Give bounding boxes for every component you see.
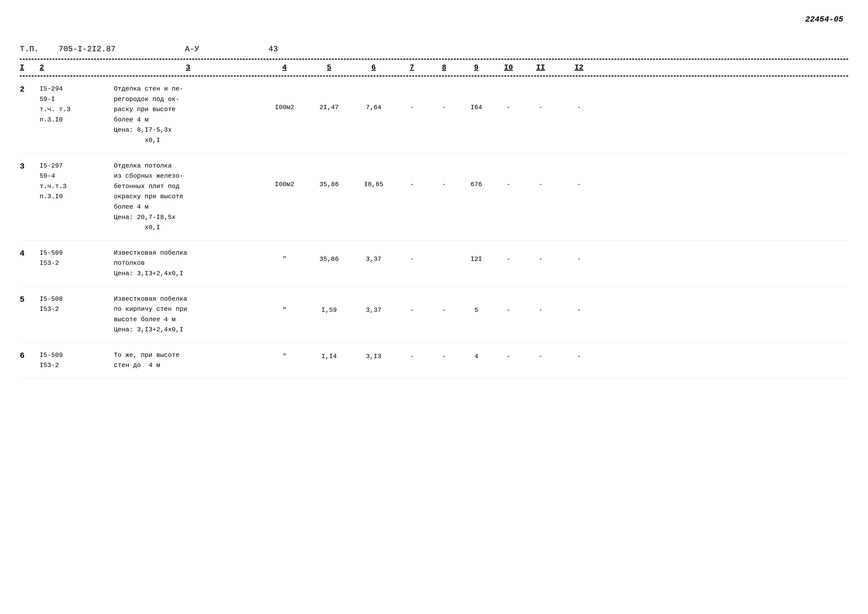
series-label: А-У [185, 45, 199, 54]
row-code: I5-509I53-2 [40, 350, 114, 371]
column-headers-row: I 2 3 4 5 6 7 8 9 I0 II I2 [20, 60, 848, 76]
col-header-4: 4 [262, 64, 307, 72]
data-table: 2 I5-29459-Iт.ч. т.3п.3.I0 Отделка стен … [20, 76, 848, 378]
row-v8: - [428, 84, 460, 111]
row-code: I5-29759-4т.ч.т.3п.3.I0 [40, 161, 114, 202]
row-v6: 3,37 [351, 294, 396, 314]
row-code: I5-509I53-2 [40, 248, 114, 268]
row-v12: - [557, 248, 601, 263]
row-v10: - [492, 350, 525, 360]
row-v7: - [396, 294, 428, 314]
col-header-5: 5 [307, 64, 351, 72]
row-v9: 5 [460, 294, 492, 314]
row-v11: - [525, 248, 557, 263]
table-row: 4 I5-509I53-2 Известковая побелкапотолко… [20, 240, 848, 287]
row-v9: I2I [460, 248, 492, 263]
row-v6: I8,85 [351, 161, 396, 188]
row-v8: - [428, 161, 460, 188]
row-v10: - [492, 248, 525, 263]
col-header-10: I0 [492, 64, 525, 72]
row-v10: - [492, 84, 525, 111]
table-row: 3 I5-29759-4т.ч.т.3п.3.I0 Отделка потолк… [20, 154, 848, 240]
row-v11: - [525, 294, 557, 314]
row-v10: - [492, 294, 525, 314]
row-v5: 35,86 [307, 248, 351, 263]
row-num: 4 [20, 248, 40, 258]
row-v11: - [525, 350, 557, 360]
row-code: I5-29459-Iт.ч. т.3п.3.I0 [40, 84, 114, 125]
page-num: 43 [268, 45, 278, 54]
row-num: 3 [20, 161, 40, 171]
tp-label: Т.П. [20, 45, 39, 54]
header-section: Т.П. 705-I-2I2.87 А-У 43 [20, 45, 848, 54]
row-desc: Отделка стен и пе-регородок под ок-раску… [114, 84, 262, 146]
col-header-7: 7 [396, 64, 428, 72]
col-header-11: II [525, 64, 557, 72]
row-v9: 676 [460, 161, 492, 188]
row-v7: - [396, 248, 428, 263]
row-unit: I00м2 [262, 161, 307, 188]
row-v12: - [557, 161, 601, 188]
row-v12: - [557, 350, 601, 360]
row-v5: I,I4 [307, 350, 351, 360]
col-header-9: 9 [460, 64, 492, 72]
row-v6: 7,64 [351, 84, 396, 111]
table-row: 5 I5-508I53-2 Известковая побелкапо кирп… [20, 287, 848, 343]
row-v7: - [396, 350, 428, 360]
row-v9: 4 [460, 350, 492, 360]
row-v12: - [557, 294, 601, 314]
col-header-1: I [20, 64, 40, 72]
col-header-6: 6 [351, 64, 396, 72]
col-header-3: 3 [114, 64, 262, 72]
row-v8: - [428, 350, 460, 360]
row-desc: То же, при высотестен до 4 м [114, 350, 262, 371]
row-v8 [428, 248, 460, 256]
table-row: 6 I5-509I53-2 То же, при высотестен до 4… [20, 343, 848, 378]
row-v6: 3,I3 [351, 350, 396, 360]
row-v7: - [396, 84, 428, 111]
col-header-12: I2 [557, 64, 601, 72]
row-v10: - [492, 161, 525, 188]
row-unit: " [262, 294, 307, 314]
row-num: 6 [20, 350, 40, 360]
row-num: 2 [20, 84, 40, 94]
row-v8: - [428, 294, 460, 314]
row-unit: I00м2 [262, 84, 307, 111]
col-header-2: 2 [40, 64, 114, 72]
row-v5: I,59 [307, 294, 351, 314]
row-v7: - [396, 161, 428, 188]
row-v11: - [525, 161, 557, 188]
row-unit: " [262, 248, 307, 263]
row-v5: 35,86 [307, 161, 351, 188]
row-v11: - [525, 84, 557, 111]
row-v5: 2I,47 [307, 84, 351, 111]
row-v9: I64 [460, 84, 492, 111]
row-desc: Известковая побелкапотолковЦена: 3,I3+2,… [114, 248, 262, 279]
col-header-8: 8 [428, 64, 460, 72]
row-desc: Известковая побелкапо кирпичу стен привы… [114, 294, 262, 335]
row-code: I5-508I53-2 [40, 294, 114, 315]
row-v12: - [557, 84, 601, 111]
row-v6: 3,37 [351, 248, 396, 263]
row-desc: Отделка потолкаиз сборных железо-бетонны… [114, 161, 262, 233]
page-number: 22454-05 [805, 15, 843, 24]
row-num: 5 [20, 294, 40, 304]
table-row: 2 I5-29459-Iт.ч. т.3п.3.I0 Отделка стен … [20, 76, 848, 154]
tp-code: 705-I-2I2.87 [59, 45, 116, 54]
row-unit: " [262, 350, 307, 360]
